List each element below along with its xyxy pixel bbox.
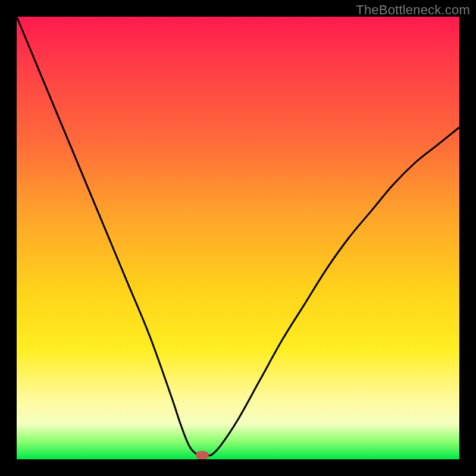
optimal-point-marker	[196, 451, 209, 459]
chart-frame: TheBottleneck.com	[0, 0, 476, 476]
plot-area	[17, 17, 459, 459]
watermark-text: TheBottleneck.com	[356, 2, 470, 18]
bottleneck-curve	[17, 17, 459, 459]
